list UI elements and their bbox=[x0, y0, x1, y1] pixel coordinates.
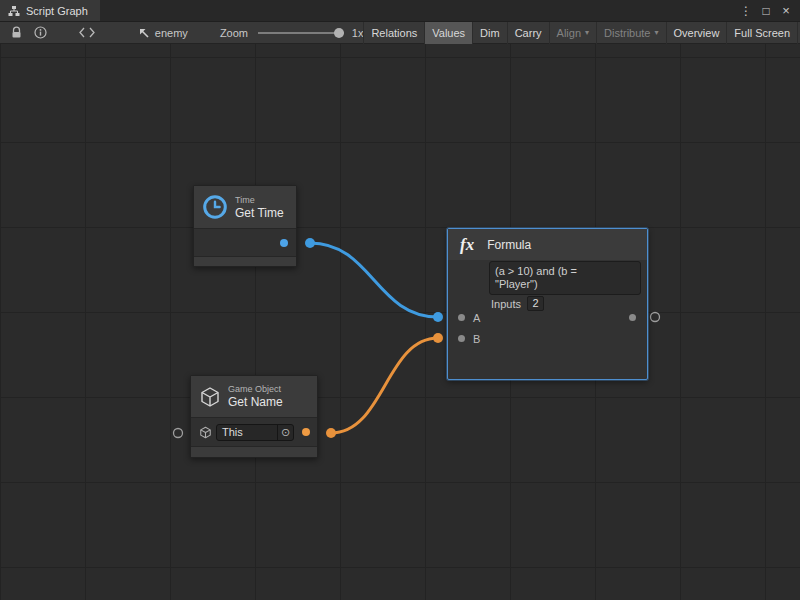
fx-icon: fx bbox=[456, 235, 474, 255]
node-get-time[interactable]: Time Get Time bbox=[193, 185, 297, 267]
port-b-label: B bbox=[473, 333, 480, 345]
clock-icon bbox=[202, 194, 228, 220]
formula-output-port[interactable] bbox=[629, 314, 636, 321]
getname-target-cap[interactable] bbox=[174, 429, 183, 438]
game-object-cube-icon bbox=[199, 386, 221, 408]
window-controls: ⋮ □ × bbox=[738, 0, 800, 21]
node-footer bbox=[194, 256, 296, 266]
wires-layer bbox=[0, 44, 800, 600]
graph-name: enemy bbox=[155, 27, 188, 39]
getname-output-port[interactable] bbox=[302, 428, 310, 436]
formula-output-cap[interactable] bbox=[651, 313, 660, 322]
code-icon[interactable] bbox=[76, 22, 98, 44]
node-category: Time bbox=[235, 195, 284, 206]
node-title: Get Time bbox=[235, 206, 284, 220]
toolbar-button-relations[interactable]: Relations bbox=[363, 22, 424, 44]
node-formula-header: fx Formula bbox=[448, 229, 647, 260]
port-a-label: A bbox=[473, 312, 480, 324]
zoom-label: Zoom bbox=[220, 27, 248, 39]
formula-input-b-port[interactable] bbox=[458, 335, 465, 342]
toolbar-button-carry[interactable]: Carry bbox=[507, 22, 549, 44]
formula-expression-field[interactable]: (a > 10) and (b = "Player") bbox=[489, 261, 641, 295]
zoom-value: 1x bbox=[352, 27, 364, 39]
toolbar-button-dim[interactable]: Dim bbox=[472, 22, 507, 44]
zoom-slider-track bbox=[258, 32, 344, 34]
toolbar-button-fullscreen[interactable]: Full Screen bbox=[726, 22, 798, 44]
chevron-down-icon: ▾ bbox=[655, 28, 659, 37]
window-maximize-icon[interactable]: □ bbox=[758, 1, 774, 21]
node-get-name[interactable]: Game Object Get Name This ⊙ bbox=[190, 375, 318, 458]
tab-script-graph[interactable]: Script Graph bbox=[0, 0, 100, 21]
tab-title: Script Graph bbox=[26, 5, 88, 17]
graph-breadcrumb[interactable]: enemy bbox=[138, 27, 188, 39]
node-footer bbox=[191, 446, 317, 457]
wire-getname-to-formula-b[interactable] bbox=[331, 338, 438, 433]
object-picker-icon[interactable]: ⊙ bbox=[277, 425, 293, 440]
graph-pointer-icon bbox=[138, 27, 150, 39]
zoom-slider[interactable] bbox=[258, 22, 344, 44]
window-menu-icon[interactable]: ⋮ bbox=[738, 1, 754, 21]
script-graph-icon bbox=[8, 5, 20, 17]
node-title: Get Name bbox=[228, 395, 283, 409]
target-object-value: This bbox=[217, 425, 277, 440]
node-get-name-body: This ⊙ bbox=[191, 418, 317, 446]
node-category: Game Object bbox=[228, 384, 283, 395]
node-formula[interactable]: fx Formula (a > 10) and (b = "Player") I… bbox=[447, 228, 648, 380]
wire-gettime-to-formula-a[interactable] bbox=[310, 243, 438, 317]
target-object-field[interactable]: This ⊙ bbox=[216, 424, 294, 441]
lock-icon[interactable] bbox=[8, 22, 26, 44]
window-close-icon[interactable]: × bbox=[778, 1, 794, 21]
inputs-label: Inputs bbox=[491, 298, 521, 310]
node-get-time-header: Time Get Time bbox=[194, 186, 296, 229]
node-get-time-body bbox=[194, 229, 296, 256]
toolbar-button-overview[interactable]: Overview bbox=[666, 22, 727, 44]
window-titlebar: Script Graph ⋮ □ × bbox=[0, 0, 800, 22]
toolbar-button-group: Relations Values Dim Carry Align ▾ Distr… bbox=[363, 22, 798, 44]
graph-toolbar: enemy Zoom 1x Relations Values Dim Carry… bbox=[0, 22, 800, 44]
zoom-slider-handle[interactable] bbox=[334, 28, 344, 38]
node-get-name-header: Game Object Get Name bbox=[191, 376, 317, 418]
node-title: Formula bbox=[487, 238, 531, 252]
formula-input-a-port[interactable] bbox=[458, 314, 465, 321]
small-cube-icon bbox=[199, 426, 212, 439]
toolbar-button-align[interactable]: Align ▾ bbox=[549, 22, 596, 44]
script-graph-window: Script Graph ⋮ □ × bbox=[0, 0, 800, 600]
graph-canvas[interactable]: Time Get Time fx Formula (a > 10) and (b… bbox=[0, 44, 800, 600]
chevron-down-icon: ▾ bbox=[585, 28, 589, 37]
toolbar-button-values[interactable]: Values bbox=[424, 22, 472, 44]
inputs-count-field[interactable]: 2 bbox=[527, 296, 544, 311]
info-icon[interactable] bbox=[32, 22, 50, 44]
formula-inputs-row: Inputs 2 bbox=[491, 296, 544, 311]
toolbar-button-distribute[interactable]: Distribute ▾ bbox=[596, 22, 665, 44]
gettime-output-port[interactable] bbox=[280, 239, 288, 247]
